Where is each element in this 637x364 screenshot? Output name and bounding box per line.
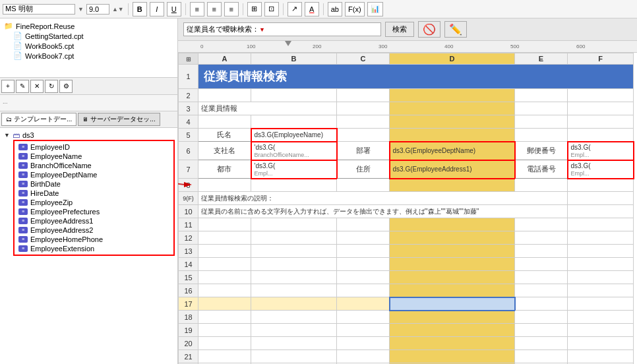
cell-8f[interactable] (568, 179, 634, 192)
cell-16b[interactable] (251, 284, 337, 297)
font-size-input[interactable]: 9.0 (86, 4, 109, 15)
cell-9f-note[interactable]: 従業員情報検索の説明： (198, 192, 568, 205)
field-employee-address2[interactable]: ≡ EmployeeAddress2 (16, 226, 172, 235)
row-header-6[interactable]: 6 (179, 142, 198, 160)
field-employee-name[interactable]: ≡ EmployeeName (16, 152, 172, 161)
cell-17b[interactable] (251, 297, 337, 311)
cell-4b[interactable] (251, 115, 337, 129)
cell-12c[interactable] (337, 231, 390, 245)
cell-16f[interactable] (568, 284, 634, 297)
cell-7a-city[interactable]: 都市 (198, 160, 251, 179)
cell-title[interactable]: 従業員情報検索 (198, 65, 634, 89)
row-header-1[interactable]: 1 (179, 65, 198, 89)
field-employee-address1[interactable]: ≡ EmployeeAddress1 (16, 216, 172, 226)
cell-14c[interactable] (337, 258, 390, 271)
cell-4a[interactable] (198, 115, 251, 129)
cell-5d[interactable] (390, 129, 515, 142)
cell-3f[interactable] (568, 102, 634, 115)
cell-13c[interactable] (337, 245, 390, 258)
cell-10f[interactable] (568, 205, 634, 218)
panel-delete-button[interactable]: ✕ (30, 80, 44, 93)
row-header-12[interactable]: 12 (179, 231, 198, 245)
cell-6f-formula[interactable]: ds3.G(Empl... (568, 142, 634, 160)
field-employee-id[interactable]: ≡ EmployeeID (16, 142, 172, 152)
file-tree-item-workbook5[interactable]: 📄 WorkBook5.cpt (3, 41, 175, 51)
row-header-21[interactable]: 21 (179, 350, 198, 363)
font-color-button[interactable]: A (305, 2, 319, 16)
row-header-15[interactable]: 15 (179, 271, 198, 284)
cell-2a[interactable] (198, 89, 251, 102)
row-header-17[interactable]: 17 (179, 297, 198, 311)
cell-15a[interactable] (198, 271, 251, 284)
cell-15b[interactable] (251, 271, 337, 284)
field-employee-zip[interactable]: ≡ EmployeeZip (16, 198, 172, 207)
cell-13b[interactable] (251, 245, 337, 258)
align-left-button[interactable]: ≡ (190, 2, 204, 16)
cell-21c[interactable] (337, 350, 390, 363)
cell-15e[interactable] (515, 271, 568, 284)
cell-20e[interactable] (515, 337, 568, 350)
eye-slash-icon-button[interactable]: 🚫 (418, 21, 440, 38)
cell-7d-formula[interactable]: ds3.G(EmployeeAddress1) (390, 160, 515, 179)
cell-17a[interactable] (198, 297, 251, 311)
cell-18a[interactable] (198, 311, 251, 324)
cell-11b[interactable] (251, 218, 337, 231)
cell-12a[interactable] (198, 231, 251, 245)
cell-14d[interactable] (390, 258, 515, 271)
cell-16d[interactable] (390, 284, 515, 297)
bold-button[interactable]: B (133, 2, 147, 16)
row-header-16[interactable]: 16 (179, 284, 198, 297)
italic-button[interactable]: I (150, 2, 164, 16)
chart-button[interactable]: 📊 (367, 2, 383, 16)
cell-6b-formula[interactable]: 'ds3.G(BranchOfficeName... (251, 142, 337, 160)
cell-14e[interactable] (515, 258, 568, 271)
align-center-button[interactable]: ≡ (207, 2, 222, 16)
cell-12f[interactable] (568, 231, 634, 245)
underline-button[interactable]: U (167, 2, 181, 16)
cell-20d[interactable] (390, 337, 515, 350)
row-header-7[interactable]: 7 (179, 160, 198, 179)
cell-18b[interactable] (251, 311, 337, 324)
cell-6e-zip[interactable]: 郵便番号 (515, 142, 568, 160)
cell-18c[interactable] (337, 311, 390, 324)
cell-6d-formula[interactable]: ds3.G(EmployeeDeptName) (390, 142, 515, 160)
cell-12b[interactable] (251, 231, 337, 245)
cell-7e-phone[interactable]: 電話番号 (515, 160, 568, 179)
cell-11f[interactable] (568, 218, 634, 231)
row-header-19[interactable]: 19 (179, 324, 198, 337)
field-birth-date[interactable]: ≡ BirthDate (16, 179, 172, 189)
cell-6a-branch[interactable]: 支社名 (198, 142, 251, 160)
row-header-8[interactable]: 8 (179, 179, 198, 192)
cell-4f[interactable] (568, 115, 634, 129)
row-header-20[interactable]: 20 (179, 337, 198, 350)
cell-14b[interactable] (251, 258, 337, 271)
col-header-b[interactable]: B (251, 53, 337, 65)
cell-17c[interactable] (337, 297, 390, 311)
pencil-icon-button[interactable]: ✏️ (444, 21, 467, 38)
col-header-f[interactable]: F (568, 53, 634, 65)
cell-14a[interactable] (198, 258, 251, 271)
cell-16e[interactable] (515, 284, 568, 297)
cell-19f[interactable] (568, 324, 634, 337)
col-header-e[interactable]: E (515, 53, 568, 65)
field-employee-prefectures[interactable]: ≡ EmployeePrefectures (16, 207, 172, 216)
cell-21a[interactable] (198, 350, 251, 363)
cell-11e[interactable] (515, 218, 568, 231)
cell-20a[interactable] (198, 337, 251, 350)
cell-11c[interactable] (337, 218, 390, 231)
cell-21f[interactable] (568, 350, 634, 363)
cell-17f[interactable] (568, 297, 634, 311)
grid-container[interactable]: ⊞ A B C D E F (178, 53, 637, 364)
cell-20f[interactable] (568, 337, 634, 350)
cell-19d[interactable] (390, 324, 515, 337)
cell-3e[interactable] (515, 102, 568, 115)
cell-2b[interactable] (251, 89, 337, 102)
cell-8a[interactable] (198, 179, 251, 192)
cell-16a[interactable] (198, 284, 251, 297)
row-header-10[interactable]: 10 (179, 205, 198, 218)
cell-4d[interactable] (390, 115, 515, 129)
cell-18f[interactable] (568, 311, 634, 324)
row-header-9f[interactable]: 9(F) (179, 192, 198, 205)
tab-server-data[interactable]: 🖥 サーバーデータセッ... (78, 113, 160, 126)
cell-8c[interactable] (337, 179, 390, 192)
